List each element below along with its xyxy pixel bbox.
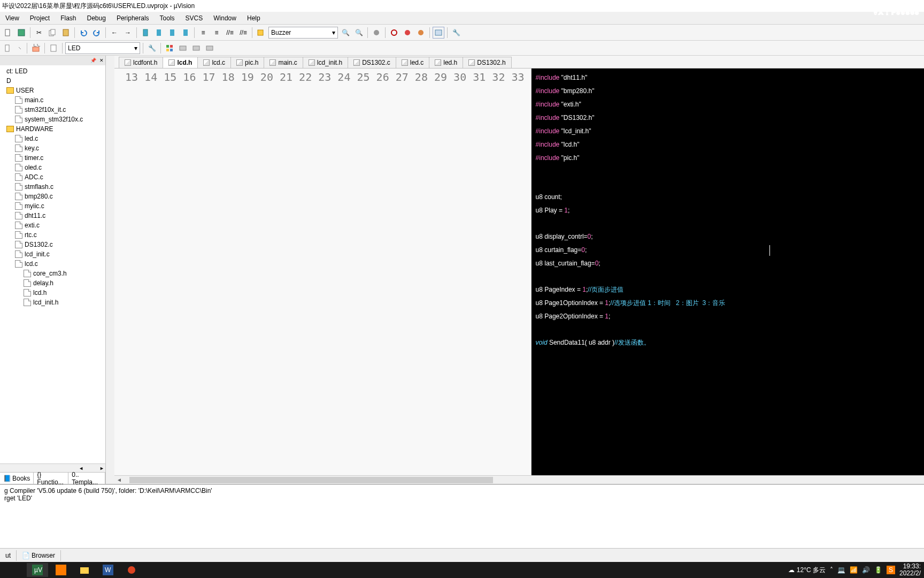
editor-tab[interactable]: DS1302.h — [463, 57, 511, 68]
paste-icon[interactable] — [60, 27, 72, 39]
tree-file[interactable]: myiic.c — [0, 201, 105, 211]
task-record-icon[interactable] — [121, 563, 142, 574]
menu-view[interactable]: View — [0, 13, 25, 24]
output-tab-build[interactable]: ut — [0, 550, 17, 561]
menu-flash[interactable]: Flash — [55, 13, 81, 24]
cut-icon[interactable]: ✂ — [33, 27, 45, 39]
editor-tab[interactable]: led.c — [396, 57, 429, 68]
target-combo[interactable]: LED▾ — [65, 42, 140, 54]
redo-icon[interactable] — [91, 27, 103, 39]
tree-group-hardware[interactable]: HARDWARE — [0, 124, 105, 134]
new-file-icon[interactable] — [2, 27, 14, 39]
translate-icon[interactable] — [2, 42, 14, 54]
bookmark-icon[interactable] — [140, 27, 151, 39]
tree-file[interactable]: lcd_init.h — [0, 298, 105, 307]
menu-peripherals[interactable]: Peripherals — [111, 13, 155, 24]
editor-tab[interactable]: lcd_init.h — [303, 57, 348, 68]
tray-network-icon[interactable]: 💻 — [837, 566, 845, 574]
tree-file[interactable]: stmflash.c — [0, 182, 105, 192]
tree-file[interactable]: stm32f10x_it.c — [0, 105, 105, 115]
rebuild-icon[interactable] — [48, 42, 59, 54]
menu-svcs[interactable]: SVCS — [180, 13, 209, 24]
nav-fwd-icon[interactable]: → — [122, 27, 134, 39]
indent-icon[interactable]: ≡ — [197, 27, 209, 39]
tree-file[interactable]: lcd.h — [0, 288, 105, 298]
breakpoint-icon[interactable] — [388, 27, 400, 39]
undo-icon[interactable] — [78, 27, 89, 39]
save-icon[interactable] — [16, 27, 27, 39]
sidebar-tab-templates[interactable]: 0.. Templa... — [68, 473, 105, 484]
tray-weather[interactable]: ☁ 12°C 多云 — [788, 566, 826, 574]
panel-pin-icon[interactable]: 📌 — [89, 57, 97, 64]
debug-icon[interactable] — [371, 27, 382, 39]
tray-volume-icon[interactable]: 🔊 — [862, 566, 870, 574]
sidebar-tab-functions[interactable]: {} Functio... — [34, 473, 68, 484]
build-output[interactable]: g Compiler 'V5.06 update 6 (build 750)',… — [0, 484, 924, 548]
bookmark-clear-icon[interactable] — [180, 27, 191, 39]
tree-root[interactable]: ct: LED — [0, 66, 105, 76]
tray-chevron-icon[interactable]: ˄ — [830, 566, 833, 574]
options-icon[interactable]: 🔧 — [146, 42, 158, 54]
uncomment-icon[interactable]: //≡ — [237, 27, 249, 39]
tree-group-user[interactable]: USER — [0, 86, 105, 95]
tree-file[interactable]: timer.c — [0, 153, 105, 163]
tree-file[interactable]: led.c — [0, 134, 105, 143]
panel-close-icon[interactable]: ✕ — [98, 57, 105, 64]
config-icon[interactable]: 🔧 — [450, 27, 462, 39]
output-tab-browser[interactable]: 📄Browser — [17, 550, 61, 561]
nav-back-icon[interactable]: ← — [109, 27, 120, 39]
menu-help[interactable]: Help — [242, 13, 266, 24]
menu-debug[interactable]: Debug — [82, 13, 111, 24]
editor-tab[interactable]: pic.h — [230, 57, 264, 68]
find-icon[interactable]: 🔍 — [340, 27, 351, 39]
copy-icon[interactable] — [47, 27, 58, 39]
tree-file[interactable]: system_stm32f10x.c — [0, 115, 105, 124]
tray-clock[interactable]: 19:33:2022/2/ — [899, 563, 921, 574]
project-tree[interactable]: ct: LED D USER main.c stm32f10x_it.c sys… — [0, 65, 105, 463]
task-explorer-icon[interactable] — [74, 563, 95, 574]
editor-tab[interactable]: lcdfont.h — [119, 57, 163, 68]
tree-file[interactable]: delay.h — [0, 278, 105, 288]
tree-file[interactable]: main.c — [0, 95, 105, 105]
editor-tab[interactable]: led.h — [429, 57, 463, 68]
manage-icon[interactable] — [164, 42, 175, 54]
menu-project[interactable]: Project — [25, 13, 55, 24]
editor-tab[interactable]: lcd.c — [197, 57, 231, 68]
tray-battery-icon[interactable]: 🔋 — [874, 566, 882, 574]
menu-tools[interactable]: Tools — [155, 13, 180, 24]
manage3-icon[interactable] — [190, 42, 202, 54]
tree-root2[interactable]: D — [0, 76, 105, 86]
bookmark-next-icon[interactable] — [166, 27, 178, 39]
build-icon[interactable]: LOAD — [30, 42, 42, 54]
task-word-icon[interactable]: W — [97, 563, 119, 574]
search-combo[interactable]: Buzzer▾ — [268, 27, 338, 39]
bookmark-prev-icon[interactable] — [153, 27, 165, 39]
outdent-icon[interactable]: ≡ — [211, 27, 222, 39]
task-app-icon[interactable] — [50, 563, 72, 574]
tree-file[interactable]: key.c — [0, 143, 105, 153]
editor-tab[interactable]: main.c — [264, 57, 303, 68]
tray-wifi-icon[interactable]: 📶 — [850, 566, 858, 574]
start-icon[interactable] — [3, 563, 25, 574]
comment-icon[interactable]: //≡ — [224, 27, 236, 39]
tree-file[interactable]: lcd_init.c — [0, 249, 105, 259]
breakpoint-disable-icon[interactable] — [402, 27, 413, 39]
tree-file[interactable]: core_cm3.h — [0, 269, 105, 278]
code-editor[interactable]: 13 14 15 16 17 18 19 20 21 22 23 24 25 2… — [114, 69, 924, 475]
editor-tab[interactable]: lcd.h — [163, 57, 198, 68]
tree-file[interactable]: DS1302.c — [0, 240, 105, 249]
breakpoint-kill-icon[interactable] — [415, 27, 427, 39]
tree-file[interactable]: rtc.c — [0, 230, 105, 240]
sidebar-tab-books[interactable]: 📘Books — [0, 473, 34, 484]
manage2-icon[interactable] — [177, 42, 189, 54]
editor-tab[interactable]: DS1302.c — [348, 57, 396, 68]
find-in-files-icon[interactable] — [255, 27, 267, 39]
tree-file[interactable]: oled.c — [0, 163, 105, 172]
manage4-icon[interactable] — [204, 42, 215, 54]
code-area[interactable]: #include "dht11.h" #include "bmp280.h" #… — [532, 69, 924, 475]
tree-file[interactable]: dht11.c — [0, 211, 105, 220]
menu-window[interactable]: Window — [208, 13, 242, 24]
tree-file[interactable]: ADC.c — [0, 172, 105, 182]
window-layout-icon[interactable] — [433, 27, 444, 39]
tree-file[interactable]: exti.c — [0, 220, 105, 230]
